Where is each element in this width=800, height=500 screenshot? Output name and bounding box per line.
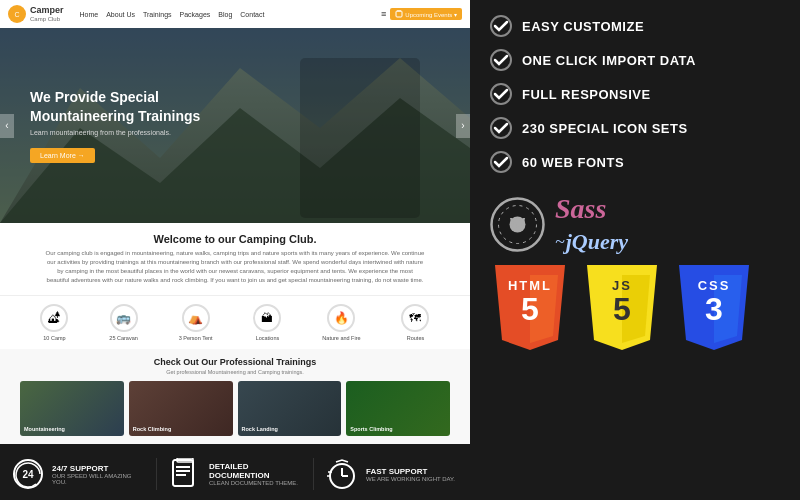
website-preview: C Camper Camp Club Home About Us Trainin… — [0, 0, 470, 500]
support-text: 24/7 SUPPORT OUR SPEED WILL AMAZING YOU. — [52, 464, 144, 485]
feature-easy-customize: EASY CUSTOMIZE — [490, 15, 780, 37]
svg-text:3: 3 — [705, 291, 723, 327]
sass-logo: Sass — [555, 193, 606, 225]
hero-content: We Provide SpecialMountaineering Trainin… — [30, 88, 200, 162]
css3-shield: 3 CSS — [674, 265, 754, 355]
feature-list: EASY CUSTOMIZE ONE CLICK IMPORT DATA FUL… — [490, 15, 780, 173]
wordpress-logo: W — [490, 197, 545, 252]
icon-routes: 🗺 Routes — [401, 304, 429, 341]
hero-title: We Provide SpecialMountaineering Trainin… — [30, 88, 200, 124]
hamburger-icon: ≡ — [381, 9, 386, 19]
svg-text:5: 5 — [521, 291, 539, 327]
hero-cta-button[interactable]: Learn More → — [30, 148, 95, 163]
feature-icon-sets: 230 SPECIAL ICON SETS — [490, 117, 780, 139]
fire-label: Nature and Fire — [322, 335, 360, 341]
bottom-bar: 24 24/7 SUPPORT OUR SPEED WILL AMAZING Y… — [0, 444, 470, 500]
trainings-section: Check Out Our Professional Trainings Get… — [0, 349, 470, 444]
trainings-subtitle: Get professional Mountaineering and Camp… — [20, 369, 450, 375]
site-nav: C Camper Camp Club Home About Us Trainin… — [0, 0, 470, 28]
svg-text:C: C — [14, 11, 19, 18]
bottom-item-docs: DETAILED DOCUMENTION CLEAN DOCUMENTED TH… — [157, 458, 314, 490]
fast-text: FAST SUPPORT WE ARE WORKING NIGHT DAY. — [366, 467, 455, 482]
training-card-mountaineering[interactable]: Mountaineering — [20, 381, 124, 436]
caravan-icon: 🚌 — [110, 304, 138, 332]
javascript-shield: 5 JS — [582, 265, 662, 355]
site-logo: C Camper Camp Club — [8, 5, 64, 23]
welcome-title: Welcome to our Camping Club. — [30, 233, 440, 245]
nav-home: Home — [80, 11, 99, 18]
svg-text:W: W — [510, 216, 526, 233]
logo-icon: C — [8, 5, 26, 23]
routes-icon: 🗺 — [401, 304, 429, 332]
card-label: Rock Climbing — [133, 426, 172, 432]
jquery-wave: ~ — [555, 232, 565, 253]
support-subtitle: OUR SPEED WILL AMAZING YOU. — [52, 473, 144, 485]
support-24-icon: 24 — [12, 458, 44, 490]
icon-locations: 🏔 Locations — [253, 304, 281, 341]
nav-right: ≡ Upcoming Events ▾ — [381, 8, 462, 20]
docs-text: DETAILED DOCUMENTION CLEAN DOCUMENTED TH… — [209, 462, 301, 486]
camp-icon: 🏕 — [40, 304, 68, 332]
check-icon-5 — [490, 151, 512, 173]
bottom-item-fast: FAST SUPPORT WE ARE WORKING NIGHT DAY. — [314, 458, 470, 490]
card-label: Rock Landing — [242, 426, 278, 432]
svg-text:CSS: CSS — [698, 278, 731, 293]
docs-subtitle: CLEAN DOCUMENTED THEME. — [209, 480, 301, 486]
feature-web-fonts: 60 WEB FONTS — [490, 151, 780, 173]
svg-text:JS: JS — [612, 278, 632, 293]
nav-trainings: Trainings — [143, 11, 172, 18]
icon-caravan: 🚌 25 Caravan — [109, 304, 137, 341]
tent-label: 3 Person Tent — [179, 335, 213, 341]
fire-icon: 🔥 — [327, 304, 355, 332]
trainings-title: Check Out Our Professional Trainings — [20, 357, 450, 367]
feature-text-4: 230 SPECIAL ICON SETS — [522, 121, 688, 136]
svg-rect-12 — [173, 460, 193, 486]
fast-clock-icon — [326, 458, 358, 490]
shields-row: 5 HTML 5 JS 3 CSS — [490, 265, 780, 355]
card-label: Mountaineering — [24, 426, 65, 432]
training-card-rock-landing[interactable]: Rock Landing — [238, 381, 342, 436]
trainings-grid: Mountaineering Rock Climbing Rock Landin… — [20, 381, 450, 436]
check-icon-3 — [490, 83, 512, 105]
feature-text-5: 60 WEB FONTS — [522, 155, 624, 170]
nav-blog: Blog — [218, 11, 232, 18]
svg-text:5: 5 — [613, 291, 631, 327]
location-label: Locations — [253, 335, 281, 341]
training-card-sports-climbing[interactable]: Sports Climbing — [346, 381, 450, 436]
icon-fire: 🔥 Nature and Fire — [322, 304, 360, 341]
docs-title: DETAILED DOCUMENTION — [209, 462, 301, 480]
svg-rect-9 — [300, 58, 420, 218]
bottom-item-support: 24 24/7 SUPPORT OUR SPEED WILL AMAZING Y… — [0, 458, 157, 490]
check-icon-4 — [490, 117, 512, 139]
nav-packages: Packages — [180, 11, 211, 18]
hero-next-arrow[interactable]: › — [456, 114, 470, 138]
card-label: Sports Climbing — [350, 426, 392, 432]
training-card-rock-climbing[interactable]: Rock Climbing — [129, 381, 233, 436]
events-button[interactable]: Upcoming Events ▾ — [390, 8, 462, 20]
svg-text:24: 24 — [22, 469, 34, 480]
hero-subtitle: Learn mountaineering from the profession… — [30, 129, 200, 136]
jquery-logo: jQuery — [566, 229, 628, 255]
feature-text-2: ONE CLICK IMPORT DATA — [522, 53, 696, 68]
hero-prev-arrow[interactable]: ‹ — [0, 114, 14, 138]
camp-label: 10 Camp — [40, 335, 68, 341]
nav-contact: Contact — [240, 11, 264, 18]
sass-jquery-area: Sass ~ jQuery — [555, 193, 628, 255]
routes-label: Routes — [401, 335, 429, 341]
icon-tent: ⛺ 3 Person Tent — [179, 304, 213, 341]
svg-text:HTML: HTML — [508, 278, 552, 293]
docs-icon — [169, 458, 201, 490]
welcome-text: Our camping club is engaged in mountaine… — [45, 249, 425, 285]
html5-shield: 5 HTML — [490, 265, 570, 355]
tech-area: W Sass ~ jQuery — [490, 189, 780, 255]
welcome-section: Welcome to our Camping Club. Our camping… — [0, 223, 470, 295]
nav-about: About Us — [106, 11, 135, 18]
nav-links: Home About Us Trainings Packages Blog Co… — [80, 11, 265, 18]
svg-rect-15 — [176, 474, 186, 476]
hero-section: ‹ We Provide SpecialMountaineering Train… — [0, 28, 470, 223]
check-icon-1 — [490, 15, 512, 37]
svg-rect-14 — [176, 470, 190, 472]
icons-row: 🏕 10 Camp 🚌 25 Caravan ⛺ 3 Person Tent 🏔… — [0, 295, 470, 349]
feature-text-3: FULL RESPONSIVE — [522, 87, 651, 102]
check-icon-2 — [490, 49, 512, 71]
